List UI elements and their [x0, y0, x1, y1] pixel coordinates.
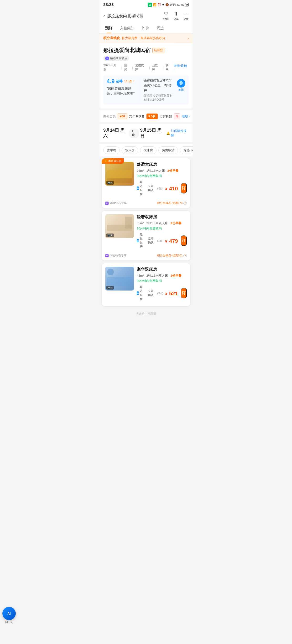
book-button-1[interactable]: 订 [181, 183, 187, 194]
main-filter-button[interactable]: 筛选 ▼ [180, 146, 192, 154]
breakfast-3: 2份早餐 [170, 274, 182, 278]
member-level: 白银会员 [103, 114, 116, 118]
date-bar[interactable]: 9月14日 周六 1晚 9月15日 周日 🔔 订阅降价提醒 [100, 124, 192, 142]
status-time: 23:23 [103, 2, 114, 7]
distance-text: 距那拉提客运站驾车距离5.3公里，约8分钟 [144, 78, 174, 93]
hotel-score-row: 4.9 超棒 115条 › "房间装修温馨舒适，周围环境优美" 距那拉提客运站驾… [103, 75, 189, 105]
favorite-button[interactable]: ♡ 收藏 [164, 11, 169, 21]
get-coupon-button[interactable]: 领取 › [182, 114, 190, 118]
diamond-icon-2: ◆ [105, 254, 108, 257]
more-icon: ⋯ [184, 11, 188, 17]
price-row-3: ¥740 ¥ 521 [157, 290, 178, 297]
svg-point-0 [180, 82, 182, 84]
book-button-2[interactable]: 订 [181, 236, 187, 246]
points-earn-2: 积分当钱花·优惠201 ? [157, 254, 187, 258]
points-banner[interactable]: 积分当钱化 抵大额房费，离店再返多倍积分 › [100, 34, 192, 43]
room-image-1[interactable]: 📷 4 编码:bWcVdeozu1 [105, 162, 134, 186]
shield-icon-2: 盾 [137, 239, 139, 242]
filter-breakfast[interactable]: 含早餐 [103, 146, 120, 154]
currency-symbol-1: ¥ [165, 187, 167, 191]
tab-bar: 预订 入住须知 评价 周边 [100, 23, 192, 34]
favorite-label: 收藏 [164, 17, 169, 21]
score-number: 4.9 [107, 78, 114, 85]
room-specs-2: 35m² 2张1.5米双人床 2份早餐 [137, 221, 187, 226]
map-label: 地图 [178, 88, 184, 92]
filter-king[interactable]: 大床房 [140, 146, 156, 154]
room-info-1: 舒适大床房 28m² 1张1.8米大床 2份早餐 30分钟内免费取消 盾 延迟退… [137, 162, 187, 198]
current-price-3: 521 [169, 290, 178, 297]
hotel-name: 那拉提爱尚北城民宿 [103, 47, 150, 54]
tab-notice[interactable]: 入住须知 [116, 23, 138, 34]
points-desc: 抵大额房费，离店再返多倍积分 [122, 36, 165, 40]
tag-bbq: 烧烤 [124, 63, 130, 72]
cancel-policy-2: 30分钟内免费取消 [137, 226, 187, 231]
silent-icon: 🔕 [165, 3, 169, 6]
review-count[interactable]: 115条 › [124, 79, 134, 84]
check-in-date[interactable]: 9月14日 周六 [103, 127, 128, 139]
nfc-icon: 📶 [153, 3, 156, 6]
cancel-policy-3: 30分钟内免费取消 [137, 279, 187, 283]
score-label: 超棒 [116, 79, 122, 84]
shield-icon-1: 盾 [137, 186, 139, 190]
photo-count-2: 📷 4 [106, 234, 114, 237]
detail-link[interactable]: 详情/设施 › [174, 64, 189, 72]
location-section: 距那拉提客运站驾车距离5.3公里，约8分钟 新源那拉提镇喀拉苏村创业街2巷005… [143, 78, 174, 102]
room-name-1: 舒适大床房 [137, 162, 187, 167]
info-icon-2[interactable]: ? [184, 254, 187, 257]
review-quote: "房间装修温馨舒适，周围环境优美" [107, 86, 137, 96]
tag-pet: 宠物友好 [135, 63, 147, 72]
filter-down-icon: ▼ [190, 148, 192, 152]
room-card-1: ⚡ 本店最低价 📷 4 编码:bWcVdeozu1 舒适大床房 28m² 1张1… [102, 158, 190, 208]
room-info-3: 豪华双床房 45m² 2张1.5米双人床 2份早餐 30分钟内免费取消 盾 延迟… [137, 267, 187, 303]
address-text: 新源那拉提镇喀拉苏村创业街2巷005号 [144, 94, 174, 102]
selected-text: 精选商旅酒店 [110, 56, 127, 60]
room-image-2[interactable]: 📷 4 [105, 214, 134, 238]
wifi-icon: WiFi [170, 3, 176, 6]
more-button[interactable]: ⋯ 更多 [184, 11, 189, 21]
score-value: 4.9 超棒 115条 › [107, 78, 134, 85]
room-extra-1: ◆ 体验钻石专享 积分当钱花·优惠174 ? [102, 201, 190, 208]
wechat-icon: W [148, 2, 152, 7]
room-extra-2: ◆ 体验钻石专享 积分当钱花·优惠201 ? [102, 254, 190, 260]
original-price-1: ¥584 [157, 187, 164, 190]
price-alert-label: 订阅降价提醒 [171, 129, 189, 138]
cancel-policy-1: 30分钟内免费取消 [137, 174, 187, 178]
hotel-tags: 2023年开业 | 烧烤 | 宠物友好 | 山景房 | 骑马 详情/设施 › [103, 63, 189, 72]
policy-delay-1: 盾 延迟退房 [137, 180, 145, 196]
room-card-inner-1: 📷 4 编码:bWcVdeozu1 舒适大床房 28m² 1张1.8米大床 2份… [102, 158, 190, 201]
hotel-name-row: 那拉提爱尚北城民宿 经济型 ✦ 精选商旅酒店 [103, 47, 189, 61]
price-alert-button[interactable]: 🔔 订阅降价提醒 [166, 129, 189, 138]
book-button-3[interactable]: 订 [181, 288, 187, 298]
original-price-3: ¥740 [157, 292, 164, 295]
check-out-date[interactable]: 9月15日 周日 [140, 127, 165, 139]
lightning-icon: ⚡ [104, 160, 108, 163]
points-arrow: › [188, 36, 189, 40]
selected-dot-icon: ✦ [105, 56, 109, 60]
room-policies-1: 盾 延迟退房 立即确认 ¥584 ¥ 410 订 [137, 180, 187, 196]
points-title: 积分当钱化 [103, 36, 120, 40]
room-info-2: 轻奢双床房 35m² 2张1.5米双人床 2份早餐 30分钟内免费取消 盾 延迟… [137, 214, 187, 250]
more-label: 更多 [184, 17, 189, 21]
signal-4g-1: 4G [176, 4, 180, 6]
info-icon-1[interactable]: ? [184, 202, 187, 205]
tag-horse: 骑马 [166, 63, 172, 72]
battery-icon: 64 [185, 3, 189, 6]
diamond-label-1: ◆ 体验钻石专享 [105, 201, 127, 205]
breakfast-2: 2份早餐 [170, 221, 182, 225]
filter-free-cancel[interactable]: 免费取消 [158, 146, 178, 154]
tab-review[interactable]: 评价 [138, 23, 153, 34]
back-button[interactable]: ‹ [103, 13, 105, 18]
tab-nearby[interactable]: 周边 [153, 23, 168, 34]
share-button[interactable]: ⬆ 分享 [174, 11, 179, 21]
tab-book[interactable]: 预订 [102, 23, 116, 34]
photo-count-1: 📷 4 [106, 181, 114, 184]
free-badge: 免 [174, 113, 180, 119]
room-image-3[interactable]: 📷 4 [105, 267, 134, 290]
hotel-info: 那拉提爱尚北城民宿 经济型 ✦ 精选商旅酒店 2023年开业 | 烧烤 | 宠物… [100, 43, 192, 108]
map-button[interactable] [177, 79, 185, 88]
original-price-2: ¥680 [157, 240, 164, 243]
currency-symbol-3: ¥ [165, 292, 167, 296]
filter-twin[interactable]: 双床房 [122, 146, 138, 154]
diamond-label-2: ◆ 体验钻石专享 [105, 254, 127, 258]
nights-count: 1晚 [129, 128, 138, 138]
